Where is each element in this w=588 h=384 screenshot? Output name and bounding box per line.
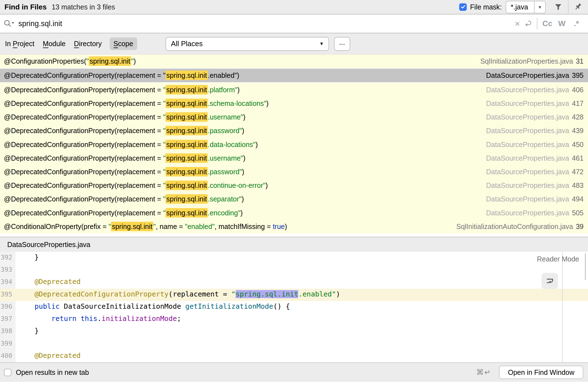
result-row[interactable]: @DeprecatedConfigurationProperty(replace… — [0, 110, 588, 124]
result-row[interactable]: @DeprecatedConfigurationProperty(replace… — [0, 165, 588, 179]
file-mask-label: File mask: — [470, 3, 502, 11]
code-text: @Deprecated — [16, 350, 588, 362]
result-file-location: DataSourceProperties.java417 — [486, 99, 584, 108]
scope-tab-in-project[interactable]: In Project — [4, 38, 35, 50]
code-text — [16, 338, 588, 350]
code-lines: 392 }393394 @Deprecated395 @DeprecatedCo… — [0, 252, 588, 362]
result-row[interactable]: @DeprecatedConfigurationProperty(replace… — [0, 124, 588, 138]
file-mask-combobox[interactable]: *.java ▼ — [506, 1, 546, 13]
result-row[interactable]: @DeprecatedConfigurationProperty(replace… — [0, 192, 588, 206]
result-row[interactable]: @DeprecatedConfigurationProperty(replace… — [0, 83, 588, 96]
regex-toggle[interactable]: .* — [569, 19, 584, 28]
line-number: 395 — [0, 289, 16, 301]
scrollbar-thumb[interactable] — [585, 253, 586, 280]
clear-search-icon[interactable]: × — [512, 18, 523, 29]
match-summary: 13 matches in 3 files — [52, 3, 115, 11]
result-file-location: DataSourceProperties.java461 — [486, 154, 584, 162]
open-results-checkbox[interactable] — [4, 369, 11, 376]
result-file-location: DataSourceProperties.java483 — [486, 181, 584, 189]
code-line: 399 — [0, 338, 588, 350]
code-preview-editor[interactable]: 392 }393394 @Deprecated395 @DeprecatedCo… — [0, 252, 588, 362]
header-right-controls: File mask: *.java ▼ — [459, 1, 583, 13]
code-text: @Deprecated — [16, 276, 588, 288]
code-text: @DeprecatedConfigurationProperty(replace… — [16, 289, 588, 301]
result-code-text: @DeprecatedConfigurationProperty(replace… — [4, 113, 245, 121]
check-icon — [461, 4, 466, 9]
result-code-text: @DeprecatedConfigurationProperty(replace… — [4, 181, 268, 189]
scope-tab-scope[interactable]: Scope — [110, 38, 137, 50]
result-file-location: SqlInitializationProperties.java31 — [480, 57, 584, 65]
result-row[interactable]: @ConditionalOnProperty(prefix = "spring.… — [0, 220, 588, 233]
code-text: } — [16, 252, 588, 264]
scope-tabs: In ProjectModuleDirectoryScope — [4, 38, 137, 50]
open-in-find-window-button[interactable]: Open in Find Window — [499, 366, 583, 379]
soft-wrap-button[interactable] — [542, 273, 558, 289]
pin-button[interactable] — [574, 2, 583, 12]
line-number: 398 — [0, 325, 16, 338]
code-line: 397 return this.initializationMode; — [0, 313, 588, 325]
open-results-label: Open results in new tab — [16, 368, 89, 376]
result-file-location: DataSourceProperties.java494 — [486, 195, 584, 203]
result-row[interactable]: @DeprecatedConfigurationProperty(replace… — [0, 151, 588, 165]
result-code-text: @ConditionalOnProperty(prefix = "spring.… — [4, 223, 287, 231]
scope-select-value: All Places — [171, 39, 203, 48]
chevron-down-icon[interactable]: ▼ — [534, 1, 545, 13]
shortcut-hint: ⌘↵ — [476, 368, 491, 377]
result-file-location: DataSourceProperties.java406 — [486, 86, 584, 94]
match-case-toggle[interactable]: Cc — [540, 19, 555, 28]
insert-newline-icon[interactable] — [523, 18, 534, 29]
whole-words-toggle[interactable]: W — [555, 19, 569, 28]
result-code-text: @DeprecatedConfigurationProperty(replace… — [4, 195, 244, 203]
pin-icon — [574, 3, 583, 11]
result-code-text: @DeprecatedConfigurationProperty(replace… — [4, 71, 239, 79]
result-row[interactable]: @DeprecatedConfigurationProperty(replace… — [0, 179, 588, 192]
filter-button[interactable] — [554, 2, 563, 12]
code-text: return this.initializationMode; — [16, 313, 588, 325]
filter-icon — [554, 3, 562, 11]
search-bar: × Cc W .* — [0, 14, 588, 33]
result-row[interactable]: @ConfigurationProperties("spring.sql.ini… — [0, 54, 588, 68]
result-file-location: DataSourceProperties.java472 — [486, 168, 584, 176]
result-code-text: @DeprecatedConfigurationProperty(replace… — [4, 154, 245, 162]
scope-tab-module[interactable]: Module — [42, 38, 66, 50]
reader-mode-label: Reader Mode — [537, 255, 579, 263]
find-in-files-popup: Find in Files 13 matches in 3 files File… — [0, 0, 588, 384]
result-row[interactable]: @DeprecatedConfigurationProperty(replace… — [0, 97, 588, 110]
header-bar: Find in Files 13 matches in 3 files File… — [0, 0, 588, 14]
code-line: 394 @Deprecated — [0, 276, 588, 288]
scope-select[interactable]: All Places ▼ — [165, 37, 329, 51]
scope-tab-directory[interactable]: Directory — [73, 38, 102, 50]
divider — [537, 18, 537, 29]
results-list: @ConfigurationProperties("spring.sql.ini… — [0, 54, 588, 233]
code-line: 396 public DataSourceInitializationMode … — [0, 301, 588, 313]
line-number: 396 — [0, 301, 16, 313]
result-file-location: DataSourceProperties.java450 — [486, 141, 584, 149]
result-row[interactable]: @DeprecatedConfigurationProperty(replace… — [0, 206, 588, 220]
line-number: 397 — [0, 313, 16, 325]
footer-bar: Open results in new tab ⌘↵ Open in Find … — [0, 362, 588, 382]
result-file-location: DataSourceProperties.java439 — [486, 127, 584, 135]
result-code-text: @DeprecatedConfigurationProperty(replace… — [4, 99, 269, 108]
code-line: 395 @DeprecatedConfigurationProperty(rep… — [0, 289, 588, 301]
scope-bar: In ProjectModuleDirectoryScope All Place… — [0, 33, 588, 54]
file-mask-checkbox[interactable] — [459, 3, 467, 11]
result-row[interactable]: @DeprecatedConfigurationProperty(replace… — [0, 138, 588, 151]
file-mask-value: *.java — [506, 1, 534, 13]
more-options-button[interactable]: ... — [334, 37, 350, 51]
result-code-text: @DeprecatedConfigurationProperty(replace… — [4, 127, 244, 135]
footer-right: ⌘↵ Open in Find Window — [476, 366, 583, 379]
line-number: 400 — [0, 350, 16, 362]
result-file-location: DataSourceProperties.java428 — [486, 113, 584, 121]
search-icon[interactable] — [3, 19, 15, 28]
line-number: 392 — [0, 252, 16, 264]
code-line: 392 } — [0, 252, 588, 264]
preview-file-header[interactable]: DataSourceProperties.java — [0, 237, 588, 252]
code-line: 400 @Deprecated — [0, 350, 588, 362]
result-row[interactable]: @DeprecatedConfigurationProperty(replace… — [0, 68, 588, 83]
code-text: public DataSourceInitializationMode getI… — [16, 301, 588, 313]
line-number: 399 — [0, 338, 16, 350]
chevron-down-icon: ▼ — [319, 41, 324, 47]
line-number: 393 — [0, 264, 16, 276]
search-input[interactable] — [18, 19, 512, 28]
line-number: 394 — [0, 276, 16, 288]
